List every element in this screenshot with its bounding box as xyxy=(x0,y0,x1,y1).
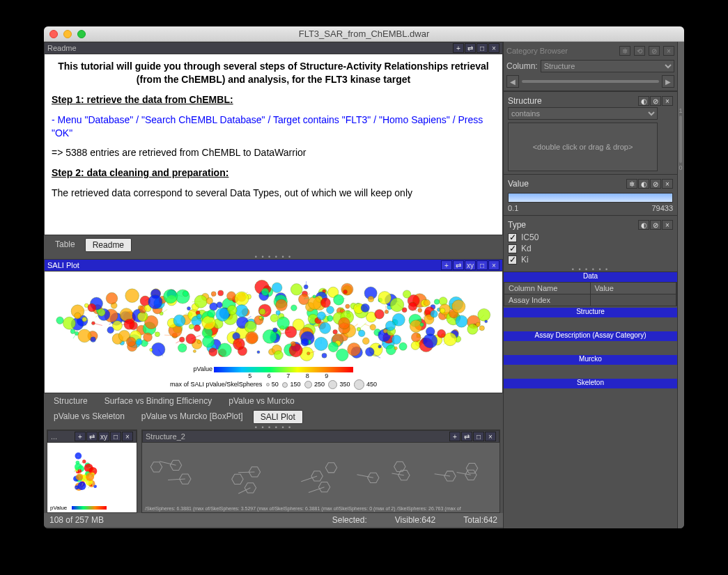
sali-legend: pValue 5 6 7 8 9 max of SALI pValue/Skel… xyxy=(45,364,502,393)
cb-link-icon[interactable]: ⟲ xyxy=(634,46,645,56)
value-range-slider[interactable] xyxy=(508,193,673,203)
cb-slider[interactable] xyxy=(522,80,659,83)
structure-similarity-slider[interactable]: 1 0 xyxy=(674,107,684,171)
svg-point-376 xyxy=(424,299,430,306)
type-option-ic50[interactable]: IC50 xyxy=(508,233,673,242)
svg-point-238 xyxy=(235,292,249,306)
svg-point-338 xyxy=(197,340,201,343)
mini-add-icon[interactable]: + xyxy=(75,432,86,441)
svg-point-284 xyxy=(137,313,146,322)
tf-disable-icon[interactable]: ⊘ xyxy=(650,220,661,230)
cb-prev-button[interactable]: ◀ xyxy=(506,75,519,88)
mini-link-icon[interactable]: ⇄ xyxy=(86,432,98,441)
svg-point-161 xyxy=(144,333,153,342)
cb-snowflake-icon[interactable]: ❄ xyxy=(619,46,630,56)
readme-content: This tutorial will guide you through sev… xyxy=(44,54,503,235)
type-label: IC50 xyxy=(521,233,539,242)
tab-sali-plot[interactable]: SALI Plot xyxy=(253,410,303,424)
svg-point-280 xyxy=(394,347,398,350)
sali-xy-icon[interactable]: xy xyxy=(465,260,476,270)
mini-xy-icon[interactable]: xy xyxy=(98,432,109,441)
sf-yin-icon[interactable]: ◐ xyxy=(638,96,649,106)
sf-close-icon[interactable]: × xyxy=(662,96,673,106)
panel-close-icon[interactable]: × xyxy=(488,43,499,53)
checkbox-icon[interactable] xyxy=(508,255,517,265)
cb-next-button[interactable]: ▶ xyxy=(662,75,674,88)
sali-max-icon[interactable]: □ xyxy=(477,260,488,270)
mini-plot-canvas[interactable]: pValue xyxy=(47,443,137,512)
s2-max-icon[interactable]: □ xyxy=(473,432,484,441)
svg-point-362 xyxy=(403,290,410,298)
cb-disable-icon[interactable]: ⊘ xyxy=(649,46,660,56)
sali-close-icon[interactable]: × xyxy=(488,260,499,270)
panel-link-icon[interactable]: ⇄ xyxy=(465,43,476,53)
structure2-caption: /SkelSpheres: 6.3881 (max of/SkelSpheres… xyxy=(145,506,497,511)
s2-close-icon[interactable]: × xyxy=(485,432,496,441)
panel-add-icon[interactable]: + xyxy=(453,43,464,53)
svg-point-318 xyxy=(408,302,417,310)
svg-point-293 xyxy=(368,297,373,302)
svg-point-300 xyxy=(126,337,136,347)
readme-step2-title: Step 2: data cleaning and preparation: xyxy=(52,166,495,180)
vf-yin-icon[interactable]: ◐ xyxy=(638,179,649,189)
tab-pvalue-murcko-boxplot[interactable]: pValue vs Murcko [BoxPlot] xyxy=(134,410,250,424)
tf-close-icon[interactable]: × xyxy=(662,220,673,230)
svg-marker-513 xyxy=(466,463,477,473)
tab-pvalue-skeleton[interactable]: pValue vs Skeleton xyxy=(47,410,132,424)
data-column-headers: Column Name Value xyxy=(504,282,677,294)
svg-point-377 xyxy=(202,336,214,347)
size-dot xyxy=(354,379,364,390)
tf-yin-icon[interactable]: ◐ xyxy=(638,220,649,230)
tab-table[interactable]: Table xyxy=(48,238,82,252)
svg-point-332 xyxy=(276,299,288,311)
svg-point-9 xyxy=(479,326,484,331)
svg-point-174 xyxy=(322,353,327,358)
svg-point-308 xyxy=(307,352,310,355)
svg-point-378 xyxy=(456,315,467,327)
structure2-canvas[interactable]: /SkelSpheres: 6.3881 (max of/SkelSpheres… xyxy=(142,443,499,512)
sali-plot-canvas[interactable]: pValue 5 6 7 8 9 max of SALI pValue/Skel… xyxy=(44,271,503,393)
s2-link-icon[interactable]: ⇄ xyxy=(461,432,472,441)
s2-add-icon[interactable]: + xyxy=(449,432,460,441)
svg-point-333 xyxy=(362,338,369,345)
type-option-kd[interactable]: Kd xyxy=(508,244,673,253)
svg-point-358 xyxy=(301,338,309,346)
panel-max-icon[interactable]: □ xyxy=(477,43,488,53)
mini-close-icon[interactable]: × xyxy=(122,432,133,441)
svg-marker-506 xyxy=(311,471,323,481)
tab-pvalue-murcko[interactable]: pValue vs Murcko xyxy=(222,395,301,407)
sali-link-icon[interactable]: ⇄ xyxy=(453,260,464,270)
legend-gradient xyxy=(214,367,353,372)
svg-point-201 xyxy=(257,351,260,354)
legend-tick: 9 xyxy=(325,372,328,379)
svg-point-243 xyxy=(63,317,75,329)
mini-max-icon[interactable]: □ xyxy=(110,432,121,441)
cb-close-icon[interactable]: × xyxy=(663,46,674,56)
size-tick: 150 xyxy=(290,381,300,388)
size-tick: 50 xyxy=(272,381,279,388)
svg-point-86 xyxy=(178,344,187,353)
tab-readme[interactable]: Readme xyxy=(85,238,132,252)
checkbox-icon[interactable] xyxy=(508,244,517,253)
data-row-assay-index[interactable]: Assay Index xyxy=(504,294,677,306)
vf-disable-icon[interactable]: ⊘ xyxy=(650,179,661,189)
svg-point-411 xyxy=(216,308,229,321)
mini-plot-header: ... + ⇄ xy □ × xyxy=(47,430,137,443)
type-filter-panel: Type ◐ ⊘ × IC50 Kd Ki xyxy=(504,215,677,267)
vf-snowflake-icon[interactable]: ❄ xyxy=(626,179,637,189)
svg-marker-496 xyxy=(170,460,181,470)
type-option-ki[interactable]: Ki xyxy=(508,255,673,265)
legend-tick: 8 xyxy=(306,372,309,379)
sali-add-icon[interactable]: + xyxy=(441,260,452,270)
vf-close-icon[interactable]: × xyxy=(662,179,673,189)
structure-drop-target[interactable]: <double click or drag & drop> xyxy=(508,123,658,171)
svg-point-29 xyxy=(107,326,114,333)
sf-disable-icon[interactable]: ⊘ xyxy=(650,96,661,106)
checkbox-icon[interactable] xyxy=(508,233,517,242)
svg-point-418 xyxy=(333,330,338,335)
svg-line-148 xyxy=(278,313,279,315)
structure-mode-select[interactable]: contains xyxy=(508,107,658,120)
tab-surface-efficiency[interactable]: Surface vs Binding Efficiency xyxy=(98,395,219,407)
cb-column-select[interactable]: Structure xyxy=(541,60,674,72)
tab-structure[interactable]: Structure xyxy=(47,395,95,407)
